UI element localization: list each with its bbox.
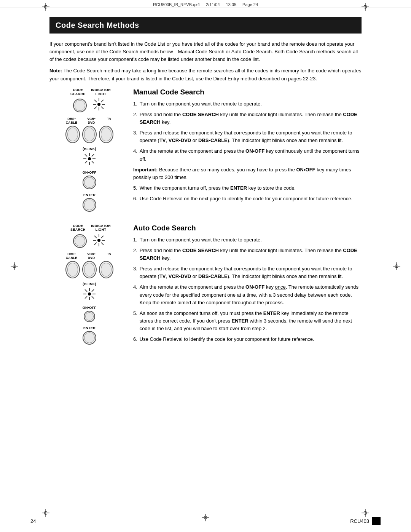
auto-step-6: 6. Use Code Retrieval to identify the co… bbox=[133, 335, 362, 343]
page-footer: 24 RCU403 bbox=[0, 517, 411, 525]
svg-line-27 bbox=[101, 100, 104, 102]
manual-code-search-btn[interactable] bbox=[73, 99, 87, 112]
manual-step-4: 4. Aim the remote at the component and p… bbox=[133, 147, 362, 163]
auto-code-search-label: CODESEARCH bbox=[67, 224, 89, 232]
manual-section-title: Manual Code Search bbox=[133, 88, 362, 96]
manual-blink-label: (BLINK) bbox=[83, 147, 96, 151]
manual-tv-label: TV bbox=[101, 117, 117, 125]
crosshair-top-left bbox=[42, 3, 49, 11]
svg-line-54 bbox=[92, 289, 94, 292]
svg-line-55 bbox=[85, 296, 87, 299]
crosshair-top-right bbox=[362, 3, 369, 11]
svg-line-25 bbox=[94, 100, 97, 102]
svg-point-29 bbox=[97, 103, 100, 106]
svg-point-56 bbox=[88, 292, 91, 296]
auto-section-title: Auto Code Search bbox=[133, 224, 362, 232]
manual-enter-btn[interactable] bbox=[83, 198, 96, 212]
file-header: RCU800B_IB_REVB.qx4 2/11/04 13:05 Page 2… bbox=[0, 0, 411, 8]
manual-important: Important: Because there are so many cod… bbox=[133, 166, 362, 181]
svg-line-43 bbox=[94, 236, 97, 238]
svg-line-44 bbox=[101, 243, 104, 245]
manual-step-3: 3. Press and release the component key t… bbox=[133, 129, 362, 144]
auto-indicator-label: INDICATORLIGHT bbox=[89, 224, 112, 232]
auto-section: CODESEARCH INDICATORLIGHT bbox=[49, 224, 362, 347]
auto-step-1: 1. Turn on the component you want the re… bbox=[133, 236, 362, 244]
auto-tv-btn[interactable] bbox=[99, 261, 113, 278]
footer-right: RCU403 bbox=[350, 517, 381, 525]
auto-diagram: CODESEARCH INDICATORLIGHT bbox=[49, 224, 129, 347]
manual-code-search-label: CODESEARCH bbox=[67, 88, 89, 96]
intro-note: Note: The Code Search method may take a … bbox=[49, 67, 362, 82]
crosshair-mid-right bbox=[393, 262, 400, 270]
page-content: Code Search Methods If your component's … bbox=[49, 8, 362, 381]
svg-line-37 bbox=[85, 161, 87, 163]
auto-tv-label: TV bbox=[101, 252, 117, 260]
manual-vcr-label: VCR•DVD bbox=[81, 117, 101, 125]
manual-onoff-label: ON•OFF bbox=[83, 171, 96, 174]
auto-enter-label: ENTER bbox=[83, 326, 96, 330]
svg-line-53 bbox=[92, 296, 94, 299]
auto-content: Auto Code Search 1. Turn on the componen… bbox=[129, 224, 362, 347]
svg-point-38 bbox=[88, 157, 91, 160]
footer-model: RCU403 bbox=[350, 518, 369, 524]
manual-step-6: 6. Use Code Retrieval on the next page t… bbox=[133, 195, 362, 203]
manual-diagram: CODESEARCH INDICATORLIGHT bbox=[49, 88, 129, 212]
svg-line-45 bbox=[101, 236, 104, 238]
footer-bar-icon bbox=[372, 517, 381, 525]
footer-page-num: 24 bbox=[30, 518, 36, 524]
manual-indicator-label: INDICATORLIGHT bbox=[89, 88, 112, 96]
auto-onoff-label: ON•OFF bbox=[83, 306, 96, 310]
manual-dbs-btn[interactable] bbox=[65, 126, 80, 143]
auto-code-search-btn[interactable] bbox=[73, 234, 87, 248]
auto-dbs-label: DBS•CABLE bbox=[62, 252, 81, 260]
manual-blink-indicator bbox=[83, 152, 96, 167]
manual-onoff-btn[interactable] bbox=[83, 176, 96, 189]
svg-line-28 bbox=[94, 107, 97, 109]
svg-line-36 bbox=[92, 154, 94, 157]
auto-blink-label: (BLINK) bbox=[83, 282, 96, 286]
auto-blink-indicator bbox=[83, 287, 96, 302]
manual-indicator-light bbox=[92, 97, 106, 113]
auto-step-2: 2. Press and hold the CODE SEARCH key un… bbox=[133, 247, 362, 262]
auto-step-4: 4. Aim the remote at the component and p… bbox=[133, 283, 362, 306]
crosshair-mid-left bbox=[11, 262, 18, 270]
manual-vcr-btn[interactable] bbox=[82, 126, 97, 143]
auto-vcr-label: VCR•DVD bbox=[81, 252, 101, 260]
auto-step-3: 3. Press and release the component key t… bbox=[133, 265, 362, 280]
manual-steps-list: 1. Turn on the component you want the re… bbox=[133, 100, 362, 203]
auto-onoff-btn[interactable] bbox=[84, 311, 95, 322]
manual-content: Manual Code Search 1. Turn on the compon… bbox=[129, 88, 362, 212]
manual-step-5: 5. When the component turns off, press t… bbox=[133, 184, 362, 192]
manual-section: CODESEARCH INDICATORLIGHT bbox=[49, 88, 362, 212]
file-date: 2/11/04 bbox=[206, 2, 220, 7]
manual-dbs-label: DBS•CABLE bbox=[62, 117, 81, 125]
crosshair-bottom-left bbox=[42, 509, 49, 517]
manual-step-1: 1. Turn on the component you want the re… bbox=[133, 100, 362, 108]
file-page: Page 24 bbox=[242, 2, 258, 7]
file-name: RCU800B_IB_REVB.qx4 bbox=[153, 2, 200, 7]
auto-enter-btn[interactable] bbox=[83, 331, 96, 345]
svg-point-47 bbox=[97, 239, 100, 242]
page-title: Code Search Methods bbox=[49, 17, 362, 34]
svg-line-35 bbox=[92, 161, 94, 163]
intro-paragraph-1: If your component's brand isn't listed i… bbox=[49, 40, 362, 63]
crosshair-bottom-right bbox=[362, 509, 369, 517]
file-time: 13:05 bbox=[226, 2, 237, 7]
manual-tv-btn[interactable] bbox=[99, 126, 113, 143]
svg-line-46 bbox=[94, 243, 97, 245]
auto-dbs-btn[interactable] bbox=[65, 261, 80, 278]
auto-steps-list: 1. Turn on the component you want the re… bbox=[133, 236, 362, 343]
auto-step-5: 5. As soon as the component turns off, y… bbox=[133, 310, 362, 332]
manual-step-2: 2. Press and hold the CODE SEARCH key un… bbox=[133, 111, 362, 126]
manual-enter-label: ENTER bbox=[83, 193, 96, 197]
svg-line-52 bbox=[85, 289, 87, 292]
svg-line-26 bbox=[101, 107, 104, 109]
svg-line-34 bbox=[85, 154, 87, 157]
auto-vcr-btn[interactable] bbox=[82, 261, 97, 278]
auto-indicator-light bbox=[92, 233, 106, 248]
